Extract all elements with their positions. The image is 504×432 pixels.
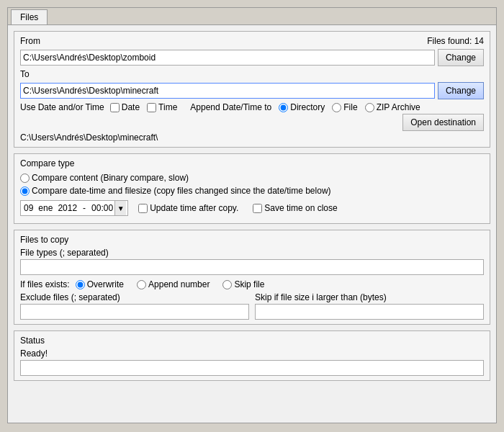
compare-content-group: Compare content (Binary compare, slow) (20, 173, 478, 183)
overwrite-group: Overwrite (76, 279, 124, 289)
skip-file-radio[interactable] (222, 280, 232, 289)
tab-bar: Files (8, 8, 496, 25)
date-time-value: 00:00 (90, 203, 114, 213)
zip-radio[interactable] (365, 103, 374, 112)
exclude-col: Exclude files (; separated) (20, 292, 249, 320)
date-separator: - (81, 203, 87, 213)
date-display[interactable]: 09 ene 2012 - 00:00 ▼ (20, 200, 128, 216)
save-time-checkbox[interactable] (253, 204, 262, 213)
from-label: From (20, 36, 40, 46)
skip-size-col: Skip if file size i larger than (bytes) (255, 292, 484, 320)
from-row-header: From Files found: 14 (20, 36, 484, 46)
update-time-checkbox[interactable] (138, 204, 148, 213)
files-tab[interactable]: Files (11, 9, 48, 24)
files-to-copy-label: Files to copy (20, 235, 484, 245)
change-from-button[interactable]: Change (438, 49, 484, 66)
file-radio[interactable] (332, 103, 341, 112)
compare-section: Compare type Compare content (Binary com… (14, 153, 490, 224)
time-checkbox-label: Time (158, 102, 177, 112)
exclude-skip-row: Exclude files (; separated) Skip if file… (20, 292, 484, 320)
status-section: Status Ready! (14, 330, 490, 381)
zip-radio-label: ZIP Archive (377, 102, 420, 112)
compare-datetime-label: Compare date-time and filesize (copy fil… (32, 186, 331, 196)
time-checkbox[interactable] (147, 103, 156, 112)
main-window: Files From Files found: 14 Change To Cha… (7, 7, 497, 423)
skip-file-label: Skip file (234, 279, 264, 289)
update-time-group: Update time after copy. (138, 203, 238, 213)
compare-content-label: Compare content (Binary compare, slow) (32, 173, 189, 183)
append-number-group: Append number (137, 279, 210, 289)
exclude-input[interactable] (20, 304, 249, 320)
date-time-value-row: 09 ene 2012 - 00:00 ▼ Update time after … (20, 200, 484, 216)
if-files-exists-row: If files exists: Overwrite Append number… (20, 279, 484, 289)
files-to-copy-section: Files to copy File types (; separated) I… (14, 230, 490, 325)
append-number-label: Append number (148, 279, 210, 289)
change-to-button[interactable]: Change (438, 82, 484, 99)
update-time-label: Update time after copy. (150, 203, 238, 213)
overwrite-label: Overwrite (87, 279, 124, 289)
status-bar-input[interactable] (20, 360, 484, 376)
file-radio-label: File (343, 102, 357, 112)
to-label: To (20, 69, 30, 79)
zip-radio-group: ZIP Archive (365, 102, 420, 112)
open-destination-button[interactable]: Open destination (402, 114, 484, 131)
date-checkbox-group: Date (110, 102, 140, 112)
append-label: Append Date/Time to (190, 102, 271, 112)
file-types-label: File types (; separated) (20, 248, 484, 258)
date-year: 2012 (56, 203, 78, 213)
skip-size-label: Skip if file size i larger than (bytes) (255, 292, 484, 302)
append-number-radio[interactable] (137, 280, 146, 289)
compare-content-radio[interactable] (20, 174, 30, 183)
to-path-input[interactable] (20, 83, 435, 99)
file-types-input[interactable] (20, 259, 484, 275)
exclude-label: Exclude files (; separated) (20, 292, 249, 302)
directory-radio-label: Directory (290, 102, 325, 112)
file-radio-group: File (332, 102, 357, 112)
date-dropdown-button[interactable]: ▼ (114, 201, 126, 215)
date-checkbox-label: Date (122, 102, 140, 112)
files-section: From Files found: 14 Change To Change Us… (14, 31, 490, 148)
compare-type-label: Compare type (20, 158, 484, 168)
directory-radio-group: Directory (279, 102, 325, 112)
if-files-label: If files exists: (20, 279, 70, 289)
skip-size-input[interactable] (255, 304, 484, 320)
use-date-label: Use Date and/or Time (20, 102, 104, 112)
skip-file-group: Skip file (222, 279, 264, 289)
from-input-row: Change (20, 49, 484, 66)
to-row-header: To (20, 69, 484, 79)
date-month: ene (37, 203, 54, 213)
date-day: 09 (22, 203, 35, 213)
date-time-row: Use Date and/or Time Date Time Append Da… (20, 102, 484, 131)
status-ready-text: Ready! (20, 348, 484, 359)
date-checkbox[interactable] (110, 103, 120, 112)
to-input-row: Change (20, 82, 484, 99)
compare-datetime-group: Compare date-time and filesize (copy fil… (20, 186, 478, 196)
save-time-group: Save time on close (253, 203, 337, 213)
save-time-label: Save time on close (264, 203, 337, 213)
dest-path-text: C:\Users\Andrés\Desktop\minecraft\ (20, 132, 484, 143)
overwrite-radio[interactable] (76, 280, 85, 289)
files-found-text: Files found: 14 (427, 36, 484, 46)
status-label: Status (20, 336, 484, 346)
directory-radio[interactable] (279, 103, 288, 112)
compare-datetime-radio[interactable] (20, 186, 30, 196)
time-checkbox-group: Time (147, 102, 177, 112)
from-path-input[interactable] (20, 50, 435, 66)
